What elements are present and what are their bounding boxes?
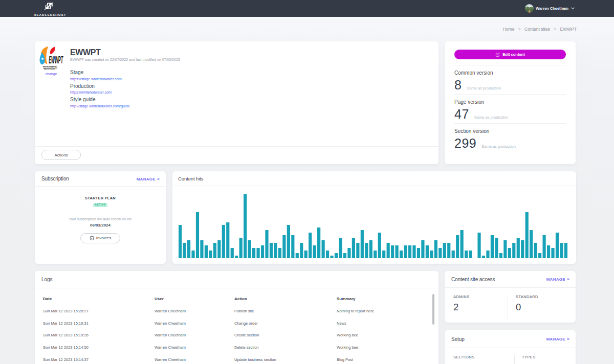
svg-text:EWWPT: EWWPT (49, 54, 63, 65)
svg-text:"WATER PARK T": "WATER PARK T" (43, 68, 57, 70)
